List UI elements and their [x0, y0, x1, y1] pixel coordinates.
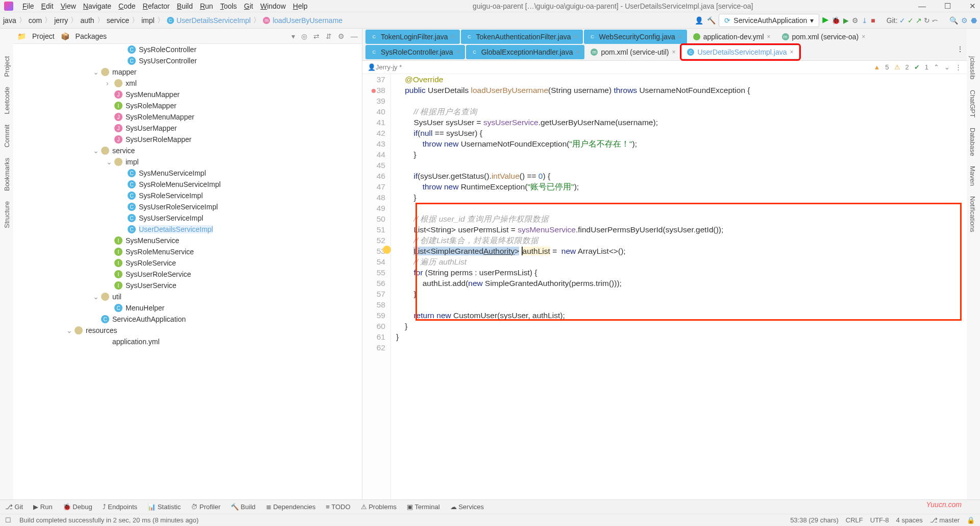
- menu-git[interactable]: Git: [244, 2, 253, 10]
- menu-code[interactable]: Code: [118, 2, 135, 10]
- eol[interactable]: CRLF: [846, 516, 863, 524]
- up-icon[interactable]: ⌃: [934, 63, 939, 71]
- tool-debug[interactable]: 🐞 Debug: [63, 503, 92, 511]
- tool-dependencies[interactable]: ≣ Dependencies: [266, 503, 316, 511]
- packages-label[interactable]: Packages: [76, 32, 107, 40]
- tool-terminal[interactable]: ▣ Terminal: [407, 503, 440, 511]
- tool-profiler[interactable]: ⏱ Profiler: [191, 503, 220, 511]
- editor-tab[interactable]: CUserDetailsServiceImpl.java×: [681, 45, 799, 59]
- tree-item[interactable]: ISysUserRoleService: [13, 269, 362, 280]
- more-icon[interactable]: ⋮: [955, 63, 962, 71]
- tree-item[interactable]: CUserDetailsServiceImpl: [13, 224, 362, 235]
- close-tab-icon[interactable]: ×: [862, 33, 865, 40]
- tool-endpoints[interactable]: ⤴ Endpoints: [103, 503, 137, 511]
- tool-todo[interactable]: ≡ TODO: [326, 503, 350, 511]
- ide-settings-icon[interactable]: ⚙: [961, 16, 968, 25]
- tool-database[interactable]: Database: [967, 123, 978, 161]
- expand-icon[interactable]: ⇄: [313, 32, 320, 40]
- hide-icon[interactable]: —: [351, 32, 358, 40]
- tree-item[interactable]: CSysRoleController: [13, 44, 362, 55]
- run-config-select[interactable]: ⟳ ServiceAuthApplication ▾: [719, 14, 819, 27]
- debug-icon[interactable]: 🐞: [831, 16, 840, 25]
- close-tab-icon[interactable]: ×: [574, 33, 578, 40]
- chevron-down-icon[interactable]: ▾: [291, 32, 295, 40]
- tool-jclasslib[interactable]: jclasslib: [967, 51, 978, 85]
- tree-item[interactable]: ISysUserService: [13, 280, 362, 291]
- editor-tab[interactable]: CTokenLoginFilter.java×: [365, 30, 460, 44]
- tool-maven[interactable]: Maven: [967, 161, 978, 191]
- indent[interactable]: 4 spaces: [896, 516, 923, 524]
- run-button[interactable]: [822, 17, 828, 23]
- close-tab-icon[interactable]: ×: [672, 49, 675, 56]
- gear-icon[interactable]: ⚙: [338, 32, 345, 40]
- tree-item[interactable]: JSysUserMapper: [13, 123, 362, 134]
- tool-notifications[interactable]: Notifications: [967, 191, 978, 237]
- code-area[interactable]: 3738394041424344454647484950515253545556…: [362, 74, 967, 499]
- tool-problems[interactable]: ⚠ Problems: [361, 503, 397, 511]
- warn-icon[interactable]: ▲: [873, 63, 880, 71]
- collapse-icon[interactable]: ⇵: [326, 32, 332, 40]
- tool-chatgpt[interactable]: ChatGPT: [967, 85, 978, 123]
- editor-tab[interactable]: CTokenAuthenticationFilter.java×: [461, 30, 583, 44]
- tool-bookmarks[interactable]: Bookmarks: [0, 153, 13, 196]
- tree-item[interactable]: ⌄mapper: [13, 66, 362, 78]
- close-tab-icon[interactable]: ×: [767, 33, 771, 40]
- close-icon[interactable]: ✕: [969, 2, 976, 11]
- minimize-icon[interactable]: —: [918, 2, 926, 11]
- project-tree[interactable]: CSysRoleControllerCSysUserController⌄map…: [13, 44, 362, 499]
- tree-item[interactable]: JSysMenuMapper: [13, 89, 362, 100]
- tree-item[interactable]: CMenuHelper: [13, 302, 362, 314]
- tree-item[interactable]: CSysUserRoleServiceImpl: [13, 201, 362, 212]
- tool-commit[interactable]: Commit: [0, 119, 13, 153]
- target-icon[interactable]: ◎: [301, 32, 307, 40]
- stop-icon[interactable]: ■: [871, 16, 875, 25]
- history-icon[interactable]: ↻: [924, 16, 930, 25]
- tool-statistic[interactable]: 📊 Statistic: [148, 503, 181, 511]
- lock-icon[interactable]: 🔒: [967, 516, 975, 524]
- tool-project[interactable]: Project: [0, 51, 13, 82]
- hammer-icon[interactable]: 🔨: [706, 16, 716, 25]
- tree-item[interactable]: JSysRoleMenuMapper: [13, 111, 362, 123]
- editor-tab[interactable]: CWebSecurityConfig.java×: [584, 30, 687, 44]
- tree-item[interactable]: ⌄util: [13, 291, 362, 302]
- tree-item[interactable]: ⌄service: [13, 145, 362, 156]
- menu-run[interactable]: Run: [200, 2, 213, 10]
- tool-git[interactable]: ⎇ Git: [5, 503, 23, 511]
- encoding[interactable]: UTF-8: [870, 516, 889, 524]
- run-user-icon[interactable]: 👤: [694, 16, 703, 25]
- tree-item[interactable]: CSysRoleServiceImpl: [13, 190, 362, 201]
- tree-item[interactable]: ISysRoleMenuService: [13, 246, 362, 257]
- menu-refactor[interactable]: Refactor: [143, 2, 170, 10]
- tree-item[interactable]: JSysUserRoleMapper: [13, 134, 362, 145]
- menu-navigate[interactable]: Navigate: [83, 2, 111, 10]
- editor-tab[interactable]: mpom.xml (service-util)×: [585, 45, 680, 59]
- editor-tab[interactable]: mpom.xml (service-oa)×: [777, 30, 871, 44]
- tool-run[interactable]: ▶ Run: [33, 503, 52, 511]
- editor-tab[interactable]: CGlobalExceptionHandler.java×: [466, 45, 585, 59]
- rollback-icon[interactable]: ⤺: [932, 16, 938, 25]
- close-tab-icon[interactable]: ×: [790, 49, 794, 56]
- coverage-icon[interactable]: ▶: [843, 16, 849, 25]
- close-tab-icon[interactable]: ×: [576, 49, 579, 56]
- info-icon[interactable]: ⚠: [894, 63, 900, 71]
- update-icon[interactable]: ✓: [899, 16, 905, 25]
- tree-item[interactable]: application.yml: [13, 336, 362, 347]
- tool-services[interactable]: ☁ Services: [450, 503, 484, 511]
- menu-tools[interactable]: Tools: [220, 2, 237, 10]
- tree-item[interactable]: ISysRoleMapper: [13, 100, 362, 111]
- editor-tab[interactable]: CSysRoleController.java×: [365, 45, 465, 59]
- tool-build[interactable]: 🔨 Build: [231, 503, 256, 511]
- tree-item[interactable]: CSysUserServiceImpl: [13, 212, 362, 224]
- tree-item[interactable]: CSysRoleMenuServiceImpl: [13, 179, 362, 190]
- profiler-icon[interactable]: ⚙: [852, 16, 859, 25]
- tabs-more-icon[interactable]: ⋮: [957, 45, 964, 59]
- tree-item[interactable]: ISysMenuService: [13, 235, 362, 246]
- tree-item[interactable]: ISysRoleService: [13, 257, 362, 269]
- maximize-icon[interactable]: ☐: [944, 2, 951, 11]
- menu-view[interactable]: View: [61, 2, 76, 10]
- close-tab-icon[interactable]: ×: [451, 33, 455, 40]
- attach-icon[interactable]: ⤓: [862, 16, 868, 25]
- close-tab-icon[interactable]: ×: [456, 49, 460, 56]
- tree-item[interactable]: ⌄resources: [13, 325, 362, 336]
- tree-item[interactable]: CSysUserController: [13, 55, 362, 66]
